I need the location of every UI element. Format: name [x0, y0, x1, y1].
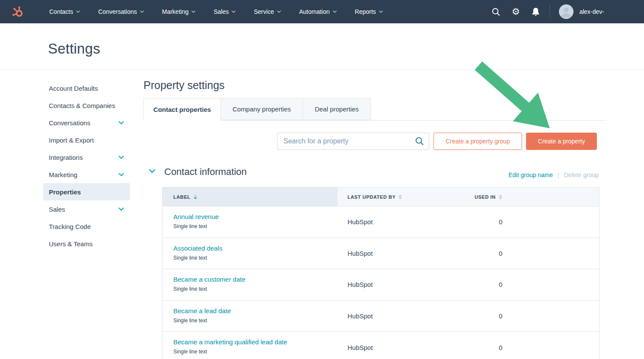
chevron-down-icon: [379, 10, 383, 13]
sidebar-item-label: Tracking Code: [49, 223, 91, 230]
nav-item-marketing[interactable]: Marketing: [153, 0, 204, 23]
tab-contact-properties[interactable]: Contact properties: [143, 98, 221, 121]
sidebar-item-label: Account Defaults: [49, 85, 98, 92]
nav-label: Conversations: [98, 8, 137, 15]
delete-group-link[interactable]: Delete group: [564, 172, 599, 178]
nav-item-automation[interactable]: Automation: [290, 0, 346, 23]
table-row: Annual revenue Single line text HubSpot …: [163, 207, 599, 238]
nav-label: Automation: [299, 8, 330, 15]
sidebar-item-users-teams[interactable]: Users & Teams: [43, 235, 130, 252]
nav-item-reports[interactable]: Reports: [346, 0, 392, 23]
sort-icon: [194, 195, 197, 199]
nav-label: Sales: [214, 8, 229, 15]
tab-label: Company properties: [233, 105, 291, 113]
table-row: Associated deals Single line text HubSpo…: [163, 238, 599, 270]
nav-menu: Contacts Conversations Marketing Sales S…: [40, 0, 392, 23]
column-header-last-updated-by[interactable]: LAST UPDATED BY: [338, 187, 467, 206]
property-name-link[interactable]: Became a lead date: [173, 307, 338, 315]
sidebar-item-conversations[interactable]: Conversations: [43, 114, 130, 131]
bell-icon[interactable]: [531, 6, 540, 17]
property-name-link[interactable]: Annual revenue: [173, 213, 338, 220]
group-actions: Edit group name | Delete group: [508, 172, 599, 178]
chevron-down-icon: [118, 173, 124, 176]
search-input[interactable]: [277, 133, 429, 150]
chevron-down-icon: [191, 10, 195, 13]
username-label: alex-dev-: [579, 8, 604, 15]
chevron-down-icon: [118, 156, 124, 159]
property-cell: Became a lead date Single line text: [163, 301, 338, 332]
tab-deal-properties[interactable]: Deal properties: [303, 98, 371, 120]
sidebar-item-marketing[interactable]: Marketing: [43, 166, 130, 183]
property-type-label: Single line text: [173, 286, 338, 292]
property-cell: Became a marketing qualified lead date S…: [163, 332, 338, 359]
property-type-label: Single line text: [173, 255, 338, 261]
section-title: Property settings: [143, 79, 225, 92]
sidebar-item-integrations[interactable]: Integrations: [43, 149, 130, 166]
nav-item-service[interactable]: Service: [245, 0, 290, 23]
used-in-cell: 0: [467, 332, 599, 359]
sidebar-item-account-defaults[interactable]: Account Defaults: [43, 79, 130, 97]
last-updated-by-cell: HubSpot: [338, 207, 467, 238]
column-header-text: LAST UPDATED BY: [348, 194, 395, 200]
gear-icon[interactable]: ⚙: [511, 6, 520, 17]
sidebar-item-properties[interactable]: Properties: [43, 183, 130, 200]
used-in-cell: 0: [467, 238, 599, 269]
sidebar-item-label: Users & Teams: [49, 240, 92, 248]
user-menu[interactable]: alex-dev-: [559, 4, 604, 19]
sort-icon: [399, 195, 402, 199]
top-nav: Contacts Conversations Marketing Sales S…: [0, 0, 644, 23]
chevron-down-icon: [140, 10, 144, 13]
column-header-text: USED IN: [475, 194, 496, 200]
property-name-link[interactable]: Became a marketing qualified lead date: [173, 338, 338, 346]
property-type-label: Single line text: [173, 318, 338, 324]
sidebar-item-import-export[interactable]: Import & Export: [43, 131, 130, 149]
sidebar-item-label: Import & Export: [49, 137, 94, 144]
property-name-link[interactable]: Became a customer date: [173, 276, 338, 283]
avatar: [559, 4, 574, 19]
header-divider: [0, 69, 644, 70]
sidebar-item-sales[interactable]: Sales: [43, 200, 130, 218]
last-updated-by-cell: HubSpot: [338, 301, 467, 332]
sidebar-item-label: Marketing: [49, 171, 77, 178]
link-divider: |: [558, 172, 559, 178]
tab-label: Deal properties: [315, 105, 359, 113]
property-name-link[interactable]: Associated deals: [173, 245, 338, 252]
nav-label: Service: [254, 8, 274, 15]
column-header-text: LABEL: [173, 194, 191, 200]
collapse-group-chevron-icon[interactable]: [149, 169, 156, 173]
table-row: Became a lead date Single line text HubS…: [163, 301, 599, 332]
last-updated-by-cell: HubSpot: [338, 332, 467, 359]
nav-right-controls: ⚙ alex-dev-: [481, 4, 644, 19]
property-search: [277, 133, 429, 150]
tab-company-properties[interactable]: Company properties: [220, 98, 303, 120]
nav-item-conversations[interactable]: Conversations: [89, 0, 153, 23]
tab-label: Contact properties: [153, 106, 211, 113]
property-type-label: Single line text: [173, 349, 338, 355]
hubspot-logo-icon[interactable]: [12, 6, 24, 18]
hubspot-settings-screen: Contacts Conversations Marketing Sales S…: [0, 0, 644, 359]
nav-item-sales[interactable]: Sales: [204, 0, 245, 23]
column-header-label[interactable]: LABEL: [163, 187, 338, 206]
sidebar-item-tracking-code[interactable]: Tracking Code: [43, 218, 130, 235]
column-header-used-in[interactable]: USED IN: [467, 187, 599, 206]
nav-item-contacts[interactable]: Contacts: [40, 0, 89, 23]
chevron-down-icon: [118, 121, 124, 124]
chevron-down-icon: [277, 10, 281, 13]
table-row: Became a marketing qualified lead date S…: [163, 332, 599, 359]
used-in-cell: 0: [467, 207, 599, 238]
property-cell: Associated deals Single line text: [163, 238, 338, 269]
property-type-label: Single line text: [173, 223, 338, 229]
edit-group-name-link[interactable]: Edit group name: [508, 172, 553, 178]
property-tabs: Contact properties Company properties De…: [143, 98, 371, 121]
used-in-cell: 0: [467, 269, 599, 300]
nav-label: Contacts: [49, 8, 73, 15]
sidebar-item-contacts-companies[interactable]: Contacts & Companies: [43, 97, 130, 114]
property-cell: Became a customer date Single line text: [163, 269, 338, 300]
create-property-group-button[interactable]: Create a property group: [434, 133, 522, 150]
search-icon[interactable]: [491, 6, 501, 17]
search-icon[interactable]: [415, 137, 424, 146]
nav-label: Reports: [355, 8, 376, 15]
sidebar-item-label: Conversations: [49, 119, 90, 127]
chevron-down-icon: [333, 10, 337, 13]
create-property-button[interactable]: Create a property: [526, 133, 597, 150]
